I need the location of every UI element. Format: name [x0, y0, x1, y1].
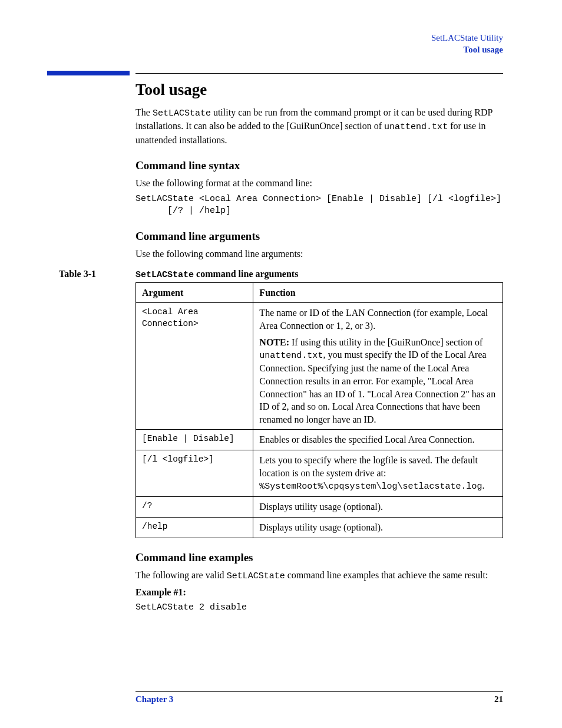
fn-main: The name or ID of the LAN Connection (fo…	[259, 307, 497, 332]
col-function: Function	[253, 282, 503, 303]
example-code: SetLACState 2 disable	[135, 602, 503, 614]
main-content: Tool usage The SetLACState utility can b…	[135, 73, 503, 614]
fn-cell: Displays utility usage (optional).	[253, 518, 503, 538]
table-title-code: SetLACState	[135, 270, 194, 280]
arg-cell: <Local Area Connection>	[136, 303, 253, 430]
fn-text-b: .	[482, 480, 484, 490]
table-row: /help Displays utility usage (optional).	[136, 518, 503, 538]
table-row: [Enable | Disable] Enables or disables t…	[136, 430, 503, 450]
section-marker-bar	[47, 71, 130, 75]
args-lead: Use the following command line arguments…	[135, 248, 503, 261]
footer-page-number: 21	[494, 694, 503, 704]
page-header: SetLACState Utility Tool usage	[59, 32, 503, 55]
note-label: NOTE:	[259, 337, 289, 347]
fn-cell: Displays utility usage (optional).	[253, 497, 503, 518]
table-title: SetLACState command line arguments	[135, 269, 298, 280]
examples-lead-b: command line examples that achieve the s…	[285, 570, 488, 580]
examples-lead-code: SetLACState	[227, 571, 285, 581]
note-code: unattend.txt	[259, 351, 323, 361]
fn-cell: Lets you to specify where the logfile is…	[253, 450, 503, 496]
table-row: [/l <logfile>] Lets you to specify where…	[136, 450, 503, 496]
table-number: Table 3-1	[59, 269, 112, 280]
page-footer: Chapter 3 21	[59, 687, 503, 704]
syntax-heading: Command line syntax	[135, 159, 503, 172]
fn-cell: Enables or disables the specified Local …	[253, 430, 503, 450]
table-row: <Local Area Connection> The name or ID o…	[136, 303, 503, 430]
arg-cell: /?	[136, 497, 253, 518]
page-title: Tool usage	[135, 81, 503, 99]
header-section-name: Tool usage	[59, 44, 503, 56]
syntax-lead: Use the following format at the command …	[135, 177, 503, 190]
col-argument: Argument	[136, 282, 253, 303]
section-rule	[135, 73, 503, 74]
example-label: Example #1:	[135, 586, 503, 599]
header-utility-name: SetLACState Utility	[59, 32, 503, 44]
examples-lead: The following are valid SetLACState comm…	[135, 569, 503, 582]
fn-code: %SystemRoot%\cpqsystem\log\setlacstate.l…	[259, 482, 482, 492]
fn-note: NOTE: If using this utility in the [GuiR…	[259, 336, 497, 426]
syntax-code: SetLACState <Local Area Connection> [Ena…	[135, 193, 503, 218]
table-title-rest: command line arguments	[194, 269, 298, 279]
table-caption: Table 3-1 SetLACState command line argum…	[135, 269, 503, 280]
fn-cell: The name or ID of the LAN Connection (fo…	[253, 303, 503, 430]
arg-cell: [Enable | Disable]	[136, 430, 253, 450]
fn-text-a: Lets you to specify where the logfile is…	[259, 455, 478, 478]
intro-code-unattend: unattend.txt	[384, 122, 448, 132]
args-table: Argument Function <Local Area Connection…	[135, 282, 503, 538]
intro-code-setlacstate: SetLACState	[153, 108, 211, 118]
note-text-a: If using this utility in the [GuiRunOnce…	[289, 337, 482, 347]
intro-paragraph: The SetLACState utility can be run from …	[135, 106, 503, 146]
footer-chapter: Chapter 3	[135, 694, 173, 704]
examples-heading: Command line examples	[135, 551, 503, 564]
arg-cell: /help	[136, 518, 253, 538]
table-row: /? Displays utility usage (optional).	[136, 497, 503, 518]
args-heading: Command line arguments	[135, 230, 503, 243]
arg-cell: [/l <logfile>]	[136, 450, 253, 496]
intro-text-a: The	[135, 107, 153, 117]
table-header-row: Argument Function	[136, 282, 503, 303]
footer-rule	[135, 691, 503, 692]
examples-lead-a: The following are valid	[135, 570, 227, 580]
